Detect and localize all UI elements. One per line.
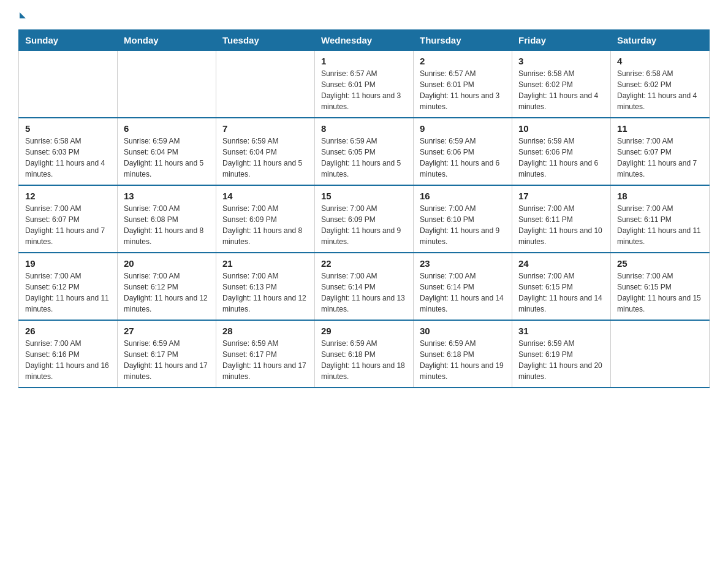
logo-arrow-icon — [20, 12, 26, 18]
day-of-week-saturday: Saturday — [611, 30, 710, 51]
day-info: Sunrise: 7:00 AMSunset: 6:14 PMDaylight:… — [420, 270, 506, 315]
calendar-cell: 12Sunrise: 7:00 AMSunset: 6:07 PMDayligh… — [19, 185, 118, 253]
calendar-cell: 3Sunrise: 6:58 AMSunset: 6:02 PMDaylight… — [512, 51, 611, 118]
day-number: 26 — [25, 326, 111, 336]
day-info: Sunrise: 6:59 AMSunset: 6:18 PMDaylight:… — [420, 338, 506, 382]
calendar-cell: 17Sunrise: 7:00 AMSunset: 6:11 PMDayligh… — [512, 185, 611, 253]
day-number: 12 — [25, 191, 111, 201]
calendar-week-2: 5Sunrise: 6:58 AMSunset: 6:03 PMDaylight… — [19, 118, 710, 185]
day-number: 21 — [222, 258, 308, 269]
day-info: Sunrise: 6:58 AMSunset: 6:02 PMDaylight:… — [518, 68, 604, 112]
calendar-table: SundayMondayTuesdayWednesdayThursdayFrid… — [18, 29, 710, 388]
day-info: Sunrise: 6:59 AMSunset: 6:19 PMDaylight:… — [518, 338, 604, 382]
day-info: Sunrise: 7:00 AMSunset: 6:15 PMDaylight:… — [518, 270, 604, 315]
calendar-cell: 26Sunrise: 7:00 AMSunset: 6:16 PMDayligh… — [19, 320, 118, 388]
day-number: 25 — [617, 258, 703, 269]
day-of-week-thursday: Thursday — [414, 30, 512, 51]
day-info: Sunrise: 6:59 AMSunset: 6:06 PMDaylight:… — [518, 136, 604, 180]
calendar-cell: 16Sunrise: 7:00 AMSunset: 6:10 PMDayligh… — [414, 185, 512, 253]
day-number: 1 — [321, 56, 407, 66]
calendar-cell: 7Sunrise: 6:59 AMSunset: 6:04 PMDaylight… — [216, 118, 315, 185]
day-info: Sunrise: 7:00 AMSunset: 6:07 PMDaylight:… — [25, 203, 111, 247]
day-info: Sunrise: 6:59 AMSunset: 6:18 PMDaylight:… — [321, 338, 407, 382]
calendar-cell: 9Sunrise: 6:59 AMSunset: 6:06 PMDaylight… — [414, 118, 512, 185]
day-of-week-tuesday: Tuesday — [216, 30, 315, 51]
calendar-cell: 27Sunrise: 6:59 AMSunset: 6:17 PMDayligh… — [118, 320, 216, 388]
calendar-header: SundayMondayTuesdayWednesdayThursdayFrid… — [19, 30, 710, 51]
calendar-cell: 8Sunrise: 6:59 AMSunset: 6:05 PMDaylight… — [315, 118, 414, 185]
day-number: 6 — [124, 123, 210, 134]
day-number: 9 — [420, 123, 506, 134]
page-header — [18, 12, 710, 23]
day-info: Sunrise: 6:59 AMSunset: 6:04 PMDaylight:… — [222, 136, 308, 180]
days-of-week-row: SundayMondayTuesdayWednesdayThursdayFrid… — [19, 30, 710, 51]
calendar-body: 1Sunrise: 6:57 AMSunset: 6:01 PMDaylight… — [19, 51, 710, 388]
day-info: Sunrise: 6:59 AMSunset: 6:05 PMDaylight:… — [321, 136, 407, 180]
day-number: 10 — [518, 123, 604, 134]
day-number: 20 — [124, 258, 210, 269]
day-number: 27 — [124, 326, 210, 336]
calendar-cell — [19, 51, 118, 118]
day-info: Sunrise: 7:00 AMSunset: 6:11 PMDaylight:… — [617, 203, 703, 247]
day-info: Sunrise: 6:58 AMSunset: 6:02 PMDaylight:… — [617, 68, 703, 112]
day-of-week-wednesday: Wednesday — [315, 30, 414, 51]
calendar-cell: 22Sunrise: 7:00 AMSunset: 6:14 PMDayligh… — [315, 253, 414, 320]
day-number: 5 — [25, 123, 111, 134]
day-number: 7 — [222, 123, 308, 134]
day-number: 8 — [321, 123, 407, 134]
calendar-cell: 28Sunrise: 6:59 AMSunset: 6:17 PMDayligh… — [216, 320, 315, 388]
day-number: 29 — [321, 326, 407, 336]
day-number: 28 — [222, 326, 308, 336]
day-number: 14 — [222, 191, 308, 201]
day-info: Sunrise: 6:57 AMSunset: 6:01 PMDaylight:… — [321, 68, 407, 112]
day-number: 19 — [25, 258, 111, 269]
calendar-week-4: 19Sunrise: 7:00 AMSunset: 6:12 PMDayligh… — [19, 253, 710, 320]
calendar-cell: 15Sunrise: 7:00 AMSunset: 6:09 PMDayligh… — [315, 185, 414, 253]
day-number: 22 — [321, 258, 407, 269]
day-number: 16 — [420, 191, 506, 201]
day-number: 30 — [420, 326, 506, 336]
calendar-cell: 21Sunrise: 7:00 AMSunset: 6:13 PMDayligh… — [216, 253, 315, 320]
day-number: 31 — [518, 326, 604, 336]
calendar-cell: 10Sunrise: 6:59 AMSunset: 6:06 PMDayligh… — [512, 118, 611, 185]
calendar-cell: 4Sunrise: 6:58 AMSunset: 6:02 PMDaylight… — [611, 51, 710, 118]
day-info: Sunrise: 7:00 AMSunset: 6:08 PMDaylight:… — [124, 203, 210, 247]
calendar-cell: 29Sunrise: 6:59 AMSunset: 6:18 PMDayligh… — [315, 320, 414, 388]
logo — [18, 12, 26, 23]
day-of-week-friday: Friday — [512, 30, 611, 51]
calendar-cell: 23Sunrise: 7:00 AMSunset: 6:14 PMDayligh… — [414, 253, 512, 320]
day-number: 4 — [617, 56, 703, 66]
day-info: Sunrise: 7:00 AMSunset: 6:11 PMDaylight:… — [518, 203, 604, 247]
day-number: 24 — [518, 258, 604, 269]
day-number: 17 — [518, 191, 604, 201]
calendar-cell: 24Sunrise: 7:00 AMSunset: 6:15 PMDayligh… — [512, 253, 611, 320]
calendar-cell — [611, 320, 710, 388]
calendar-cell: 2Sunrise: 6:57 AMSunset: 6:01 PMDaylight… — [414, 51, 512, 118]
calendar-cell: 11Sunrise: 7:00 AMSunset: 6:07 PMDayligh… — [611, 118, 710, 185]
calendar-cell: 13Sunrise: 7:00 AMSunset: 6:08 PMDayligh… — [118, 185, 216, 253]
day-info: Sunrise: 7:00 AMSunset: 6:12 PMDaylight:… — [124, 270, 210, 315]
day-info: Sunrise: 7:00 AMSunset: 6:15 PMDaylight:… — [617, 270, 703, 315]
day-info: Sunrise: 7:00 AMSunset: 6:12 PMDaylight:… — [25, 270, 111, 315]
calendar-week-5: 26Sunrise: 7:00 AMSunset: 6:16 PMDayligh… — [19, 320, 710, 388]
day-number: 23 — [420, 258, 506, 269]
calendar-cell: 18Sunrise: 7:00 AMSunset: 6:11 PMDayligh… — [611, 185, 710, 253]
day-info: Sunrise: 7:00 AMSunset: 6:16 PMDaylight:… — [25, 338, 111, 382]
day-info: Sunrise: 7:00 AMSunset: 6:14 PMDaylight:… — [321, 270, 407, 315]
day-info: Sunrise: 7:00 AMSunset: 6:10 PMDaylight:… — [420, 203, 506, 247]
calendar-cell: 31Sunrise: 6:59 AMSunset: 6:19 PMDayligh… — [512, 320, 611, 388]
day-number: 18 — [617, 191, 703, 201]
calendar-week-1: 1Sunrise: 6:57 AMSunset: 6:01 PMDaylight… — [19, 51, 710, 118]
day-info: Sunrise: 6:57 AMSunset: 6:01 PMDaylight:… — [420, 68, 506, 112]
day-info: Sunrise: 6:58 AMSunset: 6:03 PMDaylight:… — [25, 136, 111, 180]
calendar-cell: 19Sunrise: 7:00 AMSunset: 6:12 PMDayligh… — [19, 253, 118, 320]
calendar-cell: 1Sunrise: 6:57 AMSunset: 6:01 PMDaylight… — [315, 51, 414, 118]
calendar-cell: 14Sunrise: 7:00 AMSunset: 6:09 PMDayligh… — [216, 185, 315, 253]
day-info: Sunrise: 7:00 AMSunset: 6:13 PMDaylight:… — [222, 270, 308, 315]
day-info: Sunrise: 6:59 AMSunset: 6:04 PMDaylight:… — [124, 136, 210, 180]
calendar-cell: 5Sunrise: 6:58 AMSunset: 6:03 PMDaylight… — [19, 118, 118, 185]
day-number: 11 — [617, 123, 703, 134]
calendar-cell: 20Sunrise: 7:00 AMSunset: 6:12 PMDayligh… — [118, 253, 216, 320]
day-info: Sunrise: 6:59 AMSunset: 6:17 PMDaylight:… — [222, 338, 308, 382]
day-info: Sunrise: 7:00 AMSunset: 6:07 PMDaylight:… — [617, 136, 703, 180]
